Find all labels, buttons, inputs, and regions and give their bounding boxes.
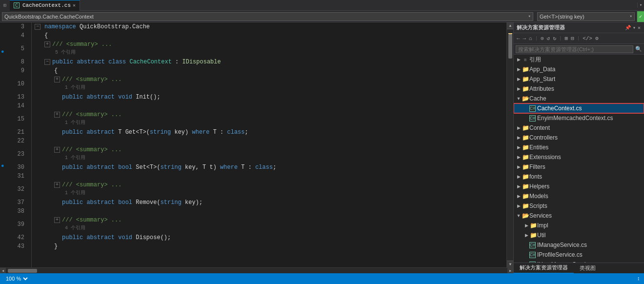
expand-8[interactable]: − — [44, 59, 50, 65]
scroll-thumb[interactable] — [508, 34, 512, 59]
editor-scrollbar[interactable]: ▲ ▼ — [506, 22, 513, 267]
line-num-32: 32 — [10, 181, 27, 198]
code-editor[interactable]: ● ● 3 4 5 8 9 10 13 14 — [0, 22, 513, 273]
toolbar-redo[interactable]: ↻ — [552, 35, 557, 41]
tree-item-appdata[interactable]: ▶ 📁 App_Data — [514, 64, 644, 74]
tree-item-extensions[interactable]: ▶ 📁 Extenssions — [514, 152, 644, 162]
tree-item-cachectx[interactable]: C# CacheContext.cs — [514, 103, 644, 113]
panel-menu-button[interactable]: ▾ — [633, 25, 636, 31]
folder-helpers-icon: 📁 — [522, 183, 529, 190]
toolbar-collapse[interactable]: ⊟ — [570, 35, 575, 41]
cs-file-icon: C — [14, 2, 20, 8]
nav-namespace-dropdown[interactable]: QuickBootstrap.Cache.CacheContext ▾ — [2, 12, 533, 21]
tree-item-iprofile[interactable]: C# IProfileService.cs — [514, 250, 644, 260]
toolbar-sep2: | — [558, 36, 563, 41]
code-line-21: public abstract T Get<T>(string key) whe… — [35, 128, 506, 137]
toolbar-forward[interactable]: → — [522, 36, 527, 41]
tree-item-impl[interactable]: ▶ 📁 Impl — [514, 221, 644, 230]
solution-explorer-bottom: 解决方案资源管理器 类视图 — [514, 263, 644, 273]
tree-item-attributes[interactable]: ▶ 📁 Attributes — [514, 84, 644, 94]
tree-item-content[interactable]: ▶ 📁 Content — [514, 123, 644, 133]
toolbar-code[interactable]: </> — [582, 36, 593, 41]
toolbar-settings[interactable]: ⚙ — [594, 35, 600, 41]
hint-39: 4 个引用 — [35, 224, 506, 232]
gutter-arrow-2[interactable]: ● — [1, 163, 4, 169]
expand-23[interactable]: + — [54, 147, 60, 153]
bookmark-button[interactable]: ✓ — [637, 11, 644, 22]
code-line-5: + /// <summary> ... — [35, 40, 506, 49]
expand-32[interactable]: + — [54, 182, 60, 188]
solution-explorer-search-input[interactable] — [516, 45, 633, 53]
toolbar-sync[interactable]: ⊙ — [540, 35, 545, 41]
folder-services-icon: 📂 — [522, 212, 529, 219]
h-scroll-thumb[interactable] — [8, 269, 37, 273]
folder-content-icon: 📁 — [522, 124, 529, 131]
code-line-39: + /// <summary> ... — [35, 216, 506, 224]
tree-item-fonts[interactable]: ▶ 📁 fonts — [514, 172, 644, 182]
tree-item-filters[interactable]: ▶ 📁 Filters — [514, 162, 644, 172]
panel-close-button[interactable]: ✕ — [638, 25, 641, 31]
line-num-3: 3 — [10, 22, 27, 31]
zoom-select[interactable]: 100 % 75 % 125 % — [4, 275, 29, 282]
line-num-10: 10 — [10, 75, 27, 93]
h-scroll-left[interactable]: ◀ — [0, 268, 6, 274]
expand-10[interactable]: + — [54, 77, 60, 82]
tree-item-controllers[interactable]: ▶ 📁 Controllers — [514, 133, 644, 142]
tree-item-cache[interactable]: ▼ 📂 Cache — [514, 94, 644, 103]
tab-dropdown-button[interactable]: ▾ — [637, 2, 644, 8]
h-scroll-right[interactable]: ▶ — [507, 268, 513, 274]
code-line-43: } — [35, 242, 506, 251]
tab-label: CacheContext.cs — [22, 2, 71, 8]
tree-item-enyim[interactable]: C# EnyimMemcachedContext.cs — [514, 113, 644, 123]
line-num-13: 13 — [10, 93, 27, 101]
line-num-31: 31 — [10, 172, 27, 181]
solution-explorer-toolbar: ← → ⌂ | ⊙ ↺ ↻ | ⊞ ⊟ | </> ⚙ — [514, 33, 644, 44]
expand-15[interactable]: + — [54, 112, 60, 118]
zoom-control[interactable]: 100 % 75 % 125 % — [4, 275, 29, 282]
search-icon[interactable]: 🔍 — [635, 46, 642, 52]
code-line-5-group: + /// <summary> ... 5 个引用 — [35, 40, 506, 58]
code-line-23-group: + /// <summary> ... 1 个引用 — [35, 145, 506, 163]
tree-item-util[interactable]: ▶ 📁 Util — [514, 230, 644, 240]
toolbar-refresh[interactable]: ↺ — [546, 35, 551, 41]
code-line-23: + /// <summary> ... — [35, 145, 506, 154]
folder-appdata-icon: 📁 — [522, 66, 529, 73]
expand-39[interactable]: + — [54, 217, 60, 223]
gutter-arrow-1[interactable]: ● — [1, 49, 4, 55]
status-info: ↕ — [637, 276, 640, 282]
expand-3[interactable]: − — [35, 24, 40, 30]
toolbar-home[interactable]: ⌂ — [528, 36, 533, 41]
tree-item-scripts[interactable]: ▶ 📁 Scripts — [514, 201, 644, 211]
scroll-down-button[interactable]: ▼ — [507, 261, 513, 267]
solution-explorer-header: 解决方案资源管理器 📌 ▾ ✕ — [514, 22, 644, 33]
tab-cachectx[interactable]: C CacheContext.cs ✕ — [10, 0, 80, 11]
toolbar-back[interactable]: ← — [516, 36, 521, 41]
tree-item-helpers[interactable]: ▶ 📁 Helpers — [514, 182, 644, 191]
folder-cache-icon: 📂 — [522, 95, 529, 102]
tree-item-imanage[interactable]: C# IManageService.cs — [514, 240, 644, 250]
folder-appstart-icon: 📁 — [522, 76, 529, 82]
line-num-23: 23 — [10, 145, 27, 163]
scroll-up-button[interactable]: ▲ — [507, 22, 513, 29]
folder-impl-icon: 📁 — [529, 222, 537, 229]
scroll-track — [507, 29, 513, 261]
services-label: Services — [529, 212, 552, 219]
hint-23: 1 个引用 — [35, 154, 506, 162]
tree-item-models[interactable]: ▶ 📁 Models — [514, 191, 644, 201]
tree-item-entities[interactable]: ▶ 📁 Entities — [514, 142, 644, 152]
pin-button[interactable]: 📌 — [625, 25, 631, 31]
toolbar-expand[interactable]: ⊞ — [564, 35, 569, 41]
code-content[interactable]: − namespace QuickBootstrap.Cache { + /// — [32, 22, 506, 267]
tab-close-button[interactable]: ✕ — [73, 2, 76, 8]
tree-item-references[interactable]: ▶ ≡ 引用 — [514, 55, 644, 64]
bottom-tab-solution[interactable]: 解决方案资源管理器 — [514, 263, 574, 274]
code-line-31 — [35, 172, 506, 181]
expand-5[interactable]: + — [44, 41, 50, 47]
tree-item-services[interactable]: ▼ 📂 Services — [514, 211, 644, 221]
nav-method-dropdown[interactable]: Get<T>(string key) ▾ — [537, 12, 635, 21]
solution-explorer-panel: 解决方案资源管理器 📌 ▾ ✕ ← → ⌂ | ⊙ ↺ ↻ | ⊞ ⊟ | — [513, 22, 644, 273]
bottom-tab-classview[interactable]: 类视图 — [574, 263, 602, 274]
h-scrollbar[interactable]: ◀ ▶ — [0, 267, 513, 273]
tree-item-appstart[interactable]: ▶ 📁 App_Start — [514, 74, 644, 84]
code-line-15-group: + /// <summary> ... 1 个引用 — [35, 110, 506, 128]
